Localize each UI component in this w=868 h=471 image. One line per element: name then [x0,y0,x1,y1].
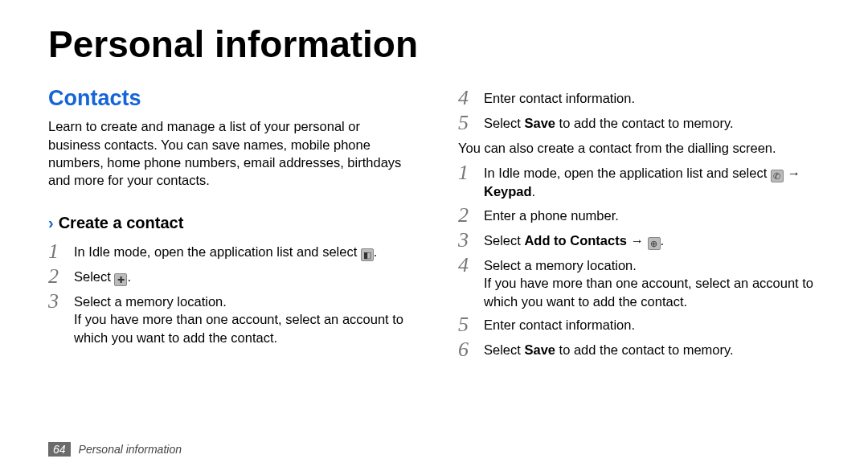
step-body: In Idle mode, open the application list … [74,240,410,262]
step-number: 1 [48,240,63,262]
page-title: Personal information [48,23,820,66]
page-number: 64 [48,442,71,457]
subsection-create-contact: › Create a contact [48,212,410,234]
step-number: 1 [458,162,473,183]
dial-step-4: 4 Select a memory location. If you have … [458,254,820,310]
contacts-icon: ◧ [361,248,374,261]
step-continuation: If you have more than one account, selec… [484,274,820,310]
step-body: Enter a phone number. [484,204,820,224]
dial-step-5: 5 Enter contact information. [458,313,820,335]
step-pre: Select [484,342,524,357]
new-contact-icon: ⊕ [648,237,661,250]
step-number: 3 [48,290,63,312]
arrow: → [784,166,800,180]
arrow: → [627,233,648,248]
step-body: In Idle mode, open the application list … [484,162,820,201]
keypad-label: Keypad [484,184,532,199]
step-body: Select Add to Contacts → ⊕. [484,229,820,251]
step-number: 5 [458,112,473,133]
chevron-icon: › [48,212,54,234]
step-number: 6 [458,338,473,360]
step-pre: In Idle mode, open the application list … [484,166,771,180]
left-step-3: 3 Select a memory location. If you have … [48,290,410,346]
step-text: Select a memory location. [74,293,410,310]
step-text: In Idle mode, open the application list … [74,244,361,259]
step-number: 5 [458,313,473,335]
right-step-4: 4 Enter contact information. [458,87,820,109]
step-post: . [532,184,536,199]
step-text: Select [74,269,114,284]
phone-icon: ✆ [771,170,784,182]
step-post: to add the contact to memory. [555,342,734,357]
contacts-intro: Learn to create and manage a list of you… [48,117,410,189]
step-body: Enter contact information. [484,313,820,334]
add-icon: ✚ [114,273,127,286]
dial-step-2: 2 Enter a phone number. [458,204,820,226]
step-number: 4 [458,254,473,276]
step-number: 4 [458,87,473,109]
left-column: Contacts Learn to create and manage a li… [48,84,410,452]
section-heading-contacts: Contacts [48,84,410,113]
step-body: Select a memory location. If you have mo… [74,290,410,346]
left-step-1: 1 In Idle mode, open the application lis… [48,240,410,262]
step-text: Select a memory location. [484,256,820,274]
step-bold: Save [524,342,555,357]
dial-step-3: 3 Select Add to Contacts → ⊕. [458,229,820,251]
footer-section-label: Personal information [79,443,182,456]
step-pre: Select [484,233,524,248]
step-body: Select Save to add the contact to memory… [484,112,820,132]
content-columns: Contacts Learn to create and manage a li… [48,84,820,452]
add-to-contacts-label: Add to Contacts [524,233,626,248]
page-footer: 64 Personal information [48,442,182,457]
step-post: to add the contact to memory. [555,116,734,130]
left-step-2: 2 Select ✚. [48,265,410,287]
step-body: Select ✚. [74,265,410,287]
step-number: 2 [458,204,473,226]
right-step-5: 5 Select Save to add the contact to memo… [458,112,820,133]
step-body: Enter contact information. [484,87,820,107]
dial-step-1: 1 In Idle mode, open the application lis… [458,162,820,201]
step-number: 3 [458,229,473,251]
step-pre: Select [484,116,524,130]
right-column: 4 Enter contact information. 5 Select Sa… [458,84,820,452]
dial-step-6: 6 Select Save to add the contact to memo… [458,338,820,360]
dialling-note: You can also create a contact from the d… [458,139,820,157]
step-body: Select a memory location. If you have mo… [484,254,820,310]
step-number: 2 [48,265,63,287]
step-post: . [661,233,665,248]
step-bold: Save [524,116,555,130]
subsection-heading: Create a contact [59,212,184,234]
step-continuation: If you have more than one account, selec… [74,310,410,346]
step-body: Select Save to add the contact to memory… [484,338,820,358]
